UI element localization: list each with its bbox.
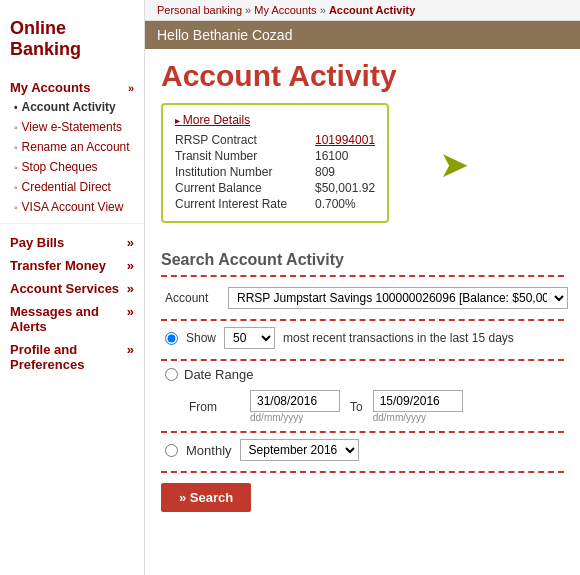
monthly-label: Monthly bbox=[186, 443, 232, 458]
show-count-select[interactable]: 25 50 100 bbox=[224, 327, 275, 349]
sidebar-section-arrow: » bbox=[127, 258, 134, 273]
show-radio[interactable] bbox=[165, 332, 178, 345]
sidebar-section-label: Pay Bills bbox=[10, 235, 64, 250]
more-details-link[interactable]: More Details bbox=[175, 113, 375, 127]
detail-label: Transit Number bbox=[175, 149, 295, 163]
from-date-group: dd/mm/yyyy bbox=[250, 390, 340, 423]
bullet-icon: ◦ bbox=[14, 202, 18, 213]
bullet-icon: ◦ bbox=[14, 122, 18, 133]
detail-label: Institution Number bbox=[175, 165, 295, 179]
detail-row-interest: Current Interest Rate 0.700% bbox=[175, 197, 375, 211]
detail-label: Current Balance bbox=[175, 181, 295, 195]
detail-row-transit: Transit Number 16100 bbox=[175, 149, 375, 163]
sidebar-item-label: VISA Account View bbox=[22, 200, 124, 214]
bullet-icon: ◦ bbox=[14, 162, 18, 173]
detail-row-rrsp: RRSP Contract 101994001 bbox=[175, 133, 375, 147]
search-section-title: Search Account Activity bbox=[161, 251, 564, 269]
section-divider-top bbox=[161, 275, 564, 277]
sidebar-section-label: Account Services bbox=[10, 281, 119, 296]
sidebar-section-arrow: » bbox=[127, 235, 134, 250]
detail-label: RRSP Contract bbox=[175, 133, 295, 147]
date-range-label: Date Range bbox=[184, 367, 253, 382]
bullet-icon: ◦ bbox=[14, 182, 18, 193]
sidebar-section-label: Profile and Preferences bbox=[10, 342, 84, 372]
sidebar-title: Online Banking bbox=[0, 10, 144, 74]
breadcrumb-my-accounts[interactable]: My Accounts bbox=[254, 4, 316, 16]
date-inputs-row: From dd/mm/yyyy To dd/mm/yyyy bbox=[161, 390, 564, 423]
sidebar-section-pay-bills[interactable]: Pay Bills » bbox=[0, 230, 144, 253]
to-date-input[interactable] bbox=[373, 390, 463, 412]
account-label: Account bbox=[165, 291, 220, 305]
sidebar-section-messages-alerts[interactable]: Messages and Alerts » bbox=[0, 299, 144, 337]
sidebar-section-account-services[interactable]: Account Services » bbox=[0, 276, 144, 299]
detail-value-balance: $50,001.92 bbox=[315, 181, 375, 195]
breadcrumb-current: Account Activity bbox=[329, 4, 415, 16]
detail-value-transit: 16100 bbox=[315, 149, 348, 163]
section-divider-search bbox=[161, 471, 564, 473]
to-label: To bbox=[350, 400, 363, 414]
detail-value-rrsp[interactable]: 101994001 bbox=[315, 133, 375, 147]
page-title: Account Activity bbox=[161, 59, 564, 93]
breadcrumb-separator: » bbox=[245, 4, 254, 16]
sidebar-item-stop-cheques[interactable]: ◦ Stop Cheques bbox=[0, 157, 144, 177]
sidebar-item-label: Stop Cheques bbox=[22, 160, 98, 174]
sidebar-section-transfer-money[interactable]: Transfer Money » bbox=[0, 253, 144, 276]
sidebar-section-label: Transfer Money bbox=[10, 258, 106, 273]
sidebar-section-my-accounts[interactable]: My Accounts » bbox=[0, 74, 144, 97]
bullet-icon: • bbox=[14, 102, 18, 113]
hello-text: Hello Bethanie Cozad bbox=[157, 27, 292, 43]
from-label: From bbox=[189, 400, 244, 414]
sidebar-section-label: My Accounts bbox=[10, 80, 90, 95]
section-divider-monthly bbox=[161, 431, 564, 433]
sidebar-item-credential-direct[interactable]: ◦ Credential Direct bbox=[0, 177, 144, 197]
account-row: Account RRSP Jumpstart Savings 100000026… bbox=[161, 287, 564, 309]
monthly-select[interactable]: September 2016 August 2016 July 2016 bbox=[240, 439, 359, 461]
date-range-radio[interactable] bbox=[165, 368, 178, 381]
detail-row-institution: Institution Number 809 bbox=[175, 165, 375, 179]
sidebar-section-label: Messages and Alerts bbox=[10, 304, 127, 334]
to-date-group: dd/mm/yyyy bbox=[373, 390, 463, 423]
sidebar-item-label: Credential Direct bbox=[22, 180, 111, 194]
sidebar: Online Banking My Accounts » • Account A… bbox=[0, 0, 145, 575]
content-area: Account Activity More Details RRSP Contr… bbox=[145, 49, 580, 522]
breadcrumb: Personal banking » My Accounts » Account… bbox=[145, 0, 580, 21]
sidebar-item-label: Rename an Account bbox=[22, 140, 130, 154]
section-divider-show bbox=[161, 319, 564, 321]
sidebar-item-label: Account Activity bbox=[22, 100, 116, 114]
sidebar-section-arrow: » bbox=[127, 304, 134, 334]
account-select[interactable]: RRSP Jumpstart Savings 100000026096 [Bal… bbox=[228, 287, 568, 309]
bullet-icon: ◦ bbox=[14, 142, 18, 153]
to-date-hint: dd/mm/yyyy bbox=[373, 412, 463, 423]
sidebar-section-arrow: » bbox=[127, 342, 134, 372]
monthly-row: Monthly September 2016 August 2016 July … bbox=[161, 439, 564, 461]
hello-bar: Hello Bethanie Cozad bbox=[145, 21, 580, 49]
sidebar-item-account-activity[interactable]: • Account Activity bbox=[0, 97, 144, 117]
date-range-radio-row: Date Range bbox=[161, 367, 564, 382]
detail-value-institution: 809 bbox=[315, 165, 335, 179]
section-divider-date bbox=[161, 359, 564, 361]
search-button[interactable]: Search bbox=[161, 483, 251, 512]
from-date-hint: dd/mm/yyyy bbox=[250, 412, 340, 423]
show-suffix-text: most recent transactions in the last 15 … bbox=[283, 331, 514, 345]
sidebar-item-view-estatements[interactable]: ◦ View e-Statements bbox=[0, 117, 144, 137]
from-date-input[interactable] bbox=[250, 390, 340, 412]
sidebar-item-visa-account-view[interactable]: ◦ VISA Account View bbox=[0, 197, 144, 217]
show-prefix: Show bbox=[186, 331, 216, 345]
detail-label: Current Interest Rate bbox=[175, 197, 295, 211]
detail-row-balance: Current Balance $50,001.92 bbox=[175, 181, 375, 195]
sidebar-section-arrow: » bbox=[127, 281, 134, 296]
monthly-radio[interactable] bbox=[165, 444, 178, 457]
main-content: Personal banking » My Accounts » Account… bbox=[145, 0, 580, 575]
detail-value-interest: 0.700% bbox=[315, 197, 356, 211]
breadcrumb-separator: » bbox=[320, 4, 329, 16]
show-row: Show 25 50 100 most recent transactions … bbox=[161, 327, 564, 349]
breadcrumb-personal-banking[interactable]: Personal banking bbox=[157, 4, 242, 16]
sidebar-section-arrow: » bbox=[128, 82, 134, 94]
details-box: More Details RRSP Contract 101994001 Tra… bbox=[161, 103, 389, 223]
sidebar-item-rename-account[interactable]: ◦ Rename an Account bbox=[0, 137, 144, 157]
arrow-indicator: ➤ bbox=[439, 144, 469, 186]
sidebar-item-label: View e-Statements bbox=[22, 120, 123, 134]
sidebar-section-profile-preferences[interactable]: Profile and Preferences » bbox=[0, 337, 144, 375]
